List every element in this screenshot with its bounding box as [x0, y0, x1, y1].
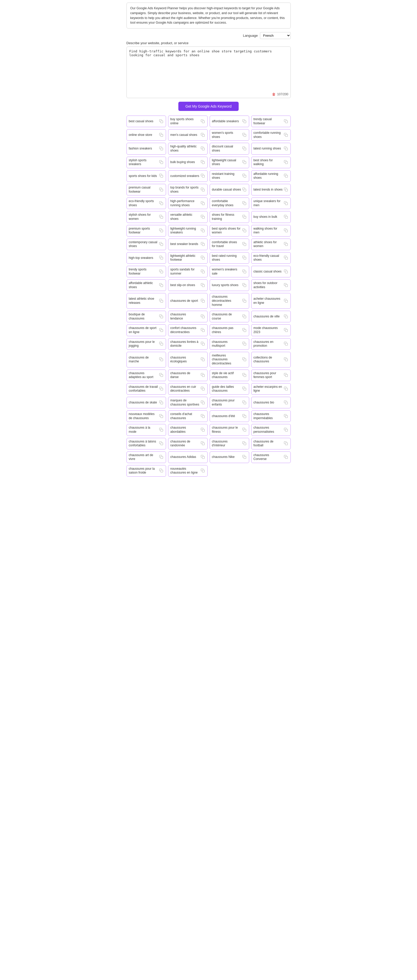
copy-icon[interactable]: [201, 328, 205, 332]
copy-icon[interactable]: [201, 373, 205, 377]
copy-icon[interactable]: [284, 441, 289, 446]
copy-icon[interactable]: [201, 441, 205, 446]
delete-icon[interactable]: 🗑: [272, 92, 276, 96]
keyword-tag[interactable]: comfortable everyday shoes: [210, 197, 249, 209]
keyword-tag[interactable]: athletic shoes for women: [251, 239, 291, 250]
copy-icon[interactable]: [242, 414, 247, 418]
keyword-tag[interactable]: luxury sports shoes: [210, 279, 249, 291]
keyword-tag[interactable]: bulk buying shoes: [168, 157, 208, 168]
keyword-tag[interactable]: unique sneakers for men: [251, 197, 291, 209]
copy-icon[interactable]: [242, 256, 247, 260]
copy-icon[interactable]: [242, 428, 247, 432]
keyword-tag[interactable]: high-top sneakers: [127, 252, 166, 264]
keyword-tag[interactable]: chaussures d'intérieur: [210, 438, 249, 449]
copy-icon[interactable]: [159, 441, 164, 446]
keyword-tag[interactable]: chaussures de ville: [251, 311, 291, 322]
keyword-tag[interactable]: style de vie actif chaussures: [210, 369, 249, 381]
keyword-tag[interactable]: best rated running shoes: [210, 252, 249, 264]
copy-icon[interactable]: [284, 173, 289, 178]
keyword-tag[interactable]: discount casual shoes: [210, 143, 249, 154]
keyword-tag[interactable]: acheter chaussures en ligne: [251, 293, 291, 309]
copy-icon[interactable]: [284, 400, 289, 405]
copy-icon[interactable]: [284, 299, 289, 303]
copy-icon[interactable]: [284, 119, 289, 124]
copy-icon[interactable]: [284, 357, 289, 362]
keyword-tag[interactable]: chaussures en promotion: [251, 338, 291, 350]
copy-icon[interactable]: [242, 387, 247, 391]
copy-icon[interactable]: [159, 428, 164, 432]
keyword-tag[interactable]: chaussures pas chères: [210, 325, 249, 336]
keyword-tag[interactable]: stylish shoes for women: [127, 211, 166, 223]
copy-icon[interactable]: [159, 342, 164, 346]
copy-icon[interactable]: [201, 299, 205, 303]
copy-icon[interactable]: [284, 414, 289, 418]
copy-icon[interactable]: [201, 188, 205, 192]
keyword-tag[interactable]: best shoes for walking: [251, 157, 291, 168]
keyword-tag[interactable]: eco-friendly casual shoes: [251, 252, 291, 264]
keyword-tag[interactable]: chaussures personnalisées: [251, 424, 291, 436]
copy-icon[interactable]: [242, 283, 247, 288]
copy-icon[interactable]: [284, 201, 289, 206]
copy-icon[interactable]: [159, 299, 164, 303]
copy-icon[interactable]: [201, 201, 205, 206]
copy-icon[interactable]: [242, 160, 247, 165]
copy-icon[interactable]: [284, 242, 289, 247]
copy-icon[interactable]: [284, 283, 289, 288]
copy-icon[interactable]: [242, 133, 247, 137]
keyword-tag[interactable]: chaussures à talons confortables: [127, 438, 166, 449]
copy-icon[interactable]: [242, 173, 247, 178]
copy-icon[interactable]: [284, 428, 289, 432]
keyword-tag[interactable]: marques de chaussures sportives: [168, 397, 208, 408]
keyword-tag[interactable]: lightweight running sneakers: [168, 225, 208, 237]
keyword-tag[interactable]: chaussures décontractées homme: [210, 293, 249, 309]
copy-icon[interactable]: [159, 242, 164, 247]
keyword-tag[interactable]: comfortable shoes for travel: [210, 239, 249, 250]
copy-icon[interactable]: [284, 133, 289, 137]
keyword-tag[interactable]: lightweight athletic footwear: [168, 252, 208, 264]
copy-icon[interactable]: [159, 357, 164, 362]
copy-icon[interactable]: [201, 242, 205, 247]
keyword-tag[interactable]: shoes for fitness training: [210, 211, 249, 223]
copy-icon[interactable]: [242, 119, 247, 124]
copy-icon[interactable]: [284, 342, 289, 346]
copy-icon[interactable]: [159, 328, 164, 332]
copy-icon[interactable]: [201, 400, 205, 405]
copy-icon[interactable]: [242, 328, 247, 332]
keyword-tag[interactable]: chaussures pour le fitness: [210, 424, 249, 436]
copy-icon[interactable]: [242, 146, 247, 151]
keyword-tag[interactable]: online shoe store: [127, 129, 166, 141]
keyword-tag[interactable]: men's casual shoes: [168, 129, 208, 141]
keyword-tag[interactable]: best sneaker brands: [168, 239, 208, 250]
keyword-tag[interactable]: chaussures art de vivre: [127, 452, 166, 463]
copy-icon[interactable]: [284, 188, 289, 192]
keyword-tag[interactable]: boutique de chaussures: [127, 311, 166, 322]
keyword-tag[interactable]: women's sneakers sale: [210, 266, 249, 277]
copy-icon[interactable]: [201, 173, 205, 178]
keyword-tag[interactable]: chaussures adaptées au sport: [127, 369, 166, 381]
keyword-tag[interactable]: chaussures tendance: [168, 311, 208, 322]
copy-icon[interactable]: [159, 314, 164, 319]
copy-icon[interactable]: [242, 342, 247, 346]
copy-icon[interactable]: [201, 133, 205, 137]
keyword-tag[interactable]: trendy sports footwear: [127, 266, 166, 277]
keyword-tag[interactable]: contemporary casual shoes: [127, 239, 166, 250]
keyword-tag[interactable]: affordable athletic shoes: [127, 279, 166, 291]
copy-icon[interactable]: [201, 256, 205, 260]
language-select[interactable]: French English Spanish German Italian: [260, 32, 291, 39]
keyword-tag[interactable]: chaussures de marche: [127, 352, 166, 368]
copy-icon[interactable]: [159, 160, 164, 165]
keyword-tag[interactable]: meilleures chaussures décontractées: [210, 352, 249, 368]
keyword-tag[interactable]: acheter escarpins en ligne: [251, 383, 291, 395]
copy-icon[interactable]: [159, 201, 164, 206]
copy-icon[interactable]: [201, 119, 205, 124]
keyword-tag[interactable]: women's sports shoes: [210, 129, 249, 141]
copy-icon[interactable]: [284, 215, 289, 219]
keyword-tag[interactable]: high-quality athletic shoes: [168, 143, 208, 154]
copy-icon[interactable]: [242, 357, 247, 362]
keyword-tag[interactable]: stylish sports sneakers: [127, 157, 166, 168]
keyword-tag[interactable]: chaussures livrées à domicile: [168, 338, 208, 350]
keyword-tag[interactable]: sports shoes for kids: [127, 170, 166, 182]
keyword-tag[interactable]: high-performance running shoes: [168, 197, 208, 209]
copy-icon[interactable]: [242, 314, 247, 319]
copy-icon[interactable]: [284, 160, 289, 165]
